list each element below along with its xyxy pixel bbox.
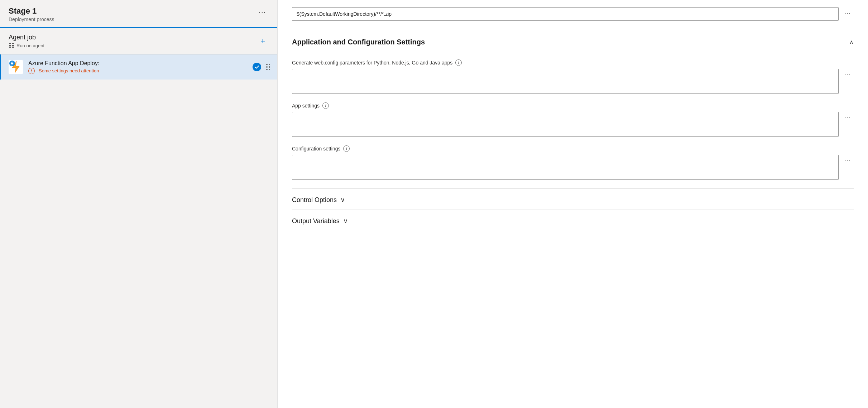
web-config-info-icon[interactable]: i: [455, 59, 462, 66]
stage-title: Stage 1: [9, 6, 54, 16]
control-options-header[interactable]: Control Options ∨: [292, 196, 854, 204]
agent-job-subtitle: Run on agent: [9, 43, 44, 48]
stage-header: Stage 1 Deployment process ···: [0, 0, 277, 28]
task-item[interactable]: Azure Function App Deploy: ! Some settin…: [0, 54, 277, 80]
stage-more-options-button[interactable]: ···: [256, 6, 269, 18]
checkmark-icon: [254, 64, 259, 69]
web-config-field-group: Generate web.config parameters for Pytho…: [292, 59, 854, 94]
app-settings-more-button[interactable]: ···: [841, 112, 854, 123]
web-config-label: Generate web.config parameters for Pytho…: [292, 59, 854, 66]
agent-job-run-label: Run on agent: [16, 43, 44, 48]
app-settings-field-row: ···: [292, 112, 854, 137]
stage-title-group: Stage 1 Deployment process: [9, 6, 54, 22]
azure-function-icon: [9, 60, 23, 74]
zip-path-input[interactable]: [292, 7, 839, 21]
config-settings-info-icon[interactable]: i: [343, 145, 350, 152]
output-variables-header[interactable]: Output Variables ∨: [292, 217, 854, 225]
task-check-icon: [253, 63, 261, 71]
config-settings-textarea[interactable]: [292, 155, 839, 180]
task-icon: [8, 59, 23, 75]
config-settings-field-row: ···: [292, 155, 854, 180]
app-config-section-header: Application and Configuration Settings ∧: [292, 28, 854, 52]
svg-rect-1: [9, 45, 11, 46]
control-options-section: Control Options ∨: [292, 188, 854, 210]
output-variables-title: Output Variables: [292, 217, 340, 225]
warning-icon: !: [28, 68, 35, 74]
left-panel: Stage 1 Deployment process ··· Agent job…: [0, 0, 278, 408]
task-info: Azure Function App Deploy: ! Some settin…: [28, 60, 248, 74]
add-task-button[interactable]: +: [257, 35, 269, 47]
control-options-chevron-icon: ∨: [340, 196, 345, 204]
agent-job-title: Agent job: [9, 34, 44, 41]
app-settings-label-text: App settings: [292, 103, 320, 109]
zip-input-row: ···: [292, 7, 854, 21]
config-settings-label: Configuration settings i: [292, 145, 854, 152]
task-warning-text: Some settings need attention: [39, 68, 99, 73]
web-config-more-button[interactable]: ···: [841, 69, 854, 80]
zip-more-button[interactable]: ···: [841, 8, 854, 18]
stage-subtitle: Deployment process: [9, 16, 54, 22]
app-settings-info-icon[interactable]: i: [322, 102, 329, 109]
config-settings-field-group: Configuration settings i ···: [292, 145, 854, 180]
svg-rect-0: [9, 43, 11, 44]
zip-field-row: ···: [292, 7, 854, 21]
task-title: Azure Function App Deploy:: [28, 60, 248, 67]
output-variables-chevron-icon: ∨: [343, 217, 348, 225]
agent-job-section: Agent job Run on agent +: [0, 28, 277, 54]
drag-handle[interactable]: [265, 62, 272, 72]
grid-icon: [9, 43, 14, 48]
app-settings-field-group: App settings i ···: [292, 102, 854, 137]
task-actions: [253, 62, 272, 72]
agent-job-info: Agent job Run on agent: [9, 34, 44, 48]
web-config-label-text: Generate web.config parameters for Pytho…: [292, 60, 452, 66]
svg-rect-4: [12, 45, 14, 46]
app-settings-label: App settings i: [292, 102, 854, 109]
control-options-title: Control Options: [292, 196, 337, 204]
config-settings-more-button[interactable]: ···: [841, 155, 854, 166]
config-settings-label-text: Configuration settings: [292, 146, 340, 152]
app-settings-textarea[interactable]: [292, 112, 839, 137]
task-warning: ! Some settings need attention: [28, 68, 248, 74]
svg-rect-3: [12, 43, 14, 44]
svg-rect-2: [9, 47, 11, 48]
web-config-field-row: ···: [292, 69, 854, 94]
output-variables-section: Output Variables ∨: [292, 210, 854, 231]
app-config-section-title: Application and Configuration Settings: [292, 38, 425, 46]
svg-rect-5: [12, 47, 14, 48]
web-config-textarea[interactable]: [292, 69, 839, 94]
right-panel: ··· Application and Configuration Settin…: [278, 0, 868, 408]
app-config-chevron-icon[interactable]: ∧: [849, 39, 854, 45]
